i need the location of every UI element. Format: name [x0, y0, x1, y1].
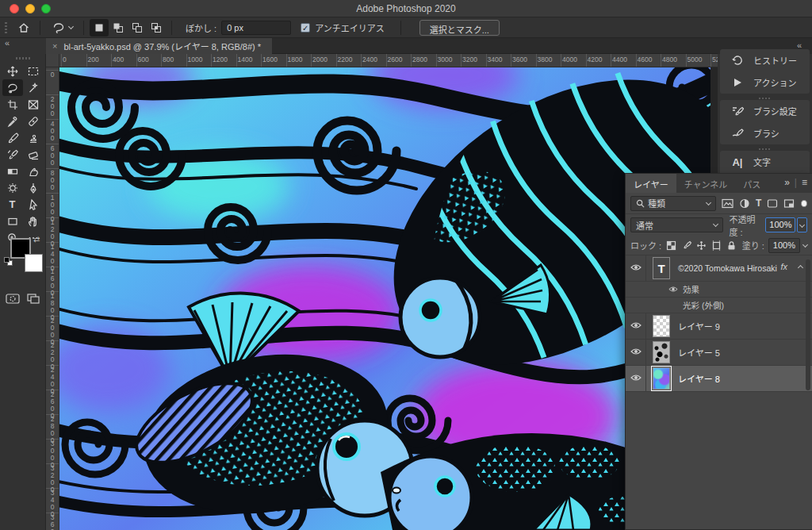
lock-all-icon[interactable] — [726, 240, 737, 251]
eyedropper-tool[interactable] — [2, 113, 23, 129]
lasso-tool[interactable] — [2, 79, 23, 96]
fill-input[interactable]: 100% — [768, 238, 800, 253]
healing-brush-tool[interactable] — [23, 113, 44, 129]
layer-row-9[interactable]: レイヤー 9 — [626, 313, 812, 340]
swap-colors-icon[interactable]: ⇄ — [33, 235, 40, 244]
close-tab-icon[interactable]: × — [52, 41, 57, 51]
filter-shape-layers-icon[interactable] — [767, 198, 778, 209]
toolbar-collapse-header[interactable]: « — [0, 38, 46, 54]
layers-panel: レイヤー チャンネル パス » | ≡ 種類 T 通常 — [625, 173, 812, 530]
dodge-tool[interactable] — [2, 179, 23, 196]
layer-name[interactable]: ©2020 Tomokawa Hirosaki — [678, 263, 777, 273]
effects-row[interactable]: 効果 — [626, 282, 812, 298]
lock-position-icon[interactable] — [696, 240, 707, 251]
layer-thumbnail[interactable] — [653, 315, 670, 337]
tab-layers[interactable]: レイヤー — [626, 174, 676, 193]
blend-mode-select[interactable]: 通常 — [630, 217, 723, 232]
collapse-effects-icon[interactable] — [798, 265, 803, 271]
feather-input[interactable]: 0 px — [221, 21, 291, 35]
opacity-input[interactable]: 100% — [765, 217, 795, 232]
lock-transparency-icon[interactable] — [666, 240, 676, 251]
ruler-origin-corner[interactable] — [46, 54, 59, 67]
fx-badge[interactable]: fx — [780, 262, 787, 271]
filter-type-layers-icon[interactable]: T — [756, 198, 761, 209]
layers-scrollbar[interactable] — [806, 259, 810, 390]
opacity-dropdown[interactable] — [797, 217, 807, 232]
vertical-ruler[interactable]: 0200400600800100012001400160018002000220… — [46, 67, 59, 530]
brush-panel-button[interactable]: ブラシ — [720, 122, 810, 144]
type-tool[interactable]: T — [2, 196, 23, 213]
filter-adjustment-layers-icon[interactable] — [739, 198, 750, 209]
visibility-eye-icon[interactable] — [626, 255, 646, 281]
brush-tool[interactable] — [2, 129, 23, 146]
layer-row-text[interactable]: T ©2020 Tomokawa Hirosaki fx — [626, 255, 812, 282]
shape-tool[interactable] — [2, 213, 23, 229]
v-ruler-label: 200 — [48, 95, 56, 117]
lock-artboard-icon[interactable] — [711, 240, 722, 251]
h-ruler-label: 4600 — [638, 56, 653, 63]
screen-mode-button[interactable] — [25, 292, 41, 306]
object-selection-tool[interactable] — [23, 79, 44, 96]
layer-row-5[interactable]: レイヤー 5 — [626, 340, 812, 366]
history-panel-button[interactable]: ヒストリー — [720, 49, 810, 71]
lasso-tool-preset[interactable] — [46, 19, 78, 36]
lock-pixels-icon[interactable] — [681, 240, 691, 251]
layers-panel-tabs: レイヤー チャンネル パス » | ≡ — [626, 174, 812, 193]
layer-name[interactable]: レイヤー 9 — [678, 320, 720, 332]
add-selection-mode-button[interactable] — [109, 19, 128, 36]
select-and-mask-button[interactable]: 選択とマスク... — [419, 20, 500, 36]
effects-label: 効果 — [683, 283, 699, 295]
eraser-tool[interactable] — [23, 146, 44, 163]
subtract-selection-mode-button[interactable] — [128, 19, 147, 36]
frame-tool[interactable] — [23, 96, 44, 113]
filter-pixel-layers-icon[interactable] — [722, 198, 733, 209]
dock-collapse-icon[interactable]: » — [784, 177, 790, 188]
layer-name[interactable]: レイヤー 5 — [678, 346, 720, 359]
h-ruler-label: 5000 — [688, 56, 703, 63]
new-selection-mode-button[interactable] — [90, 19, 109, 36]
h-ruler-label: 4800 — [662, 56, 677, 63]
fill-dropdown[interactable] — [802, 241, 808, 247]
marquee-tool[interactable] — [23, 63, 44, 79]
path-selection-tool[interactable] — [23, 196, 44, 213]
character-panel-button[interactable]: A| 文字 — [720, 151, 810, 173]
home-icon[interactable] — [13, 19, 34, 36]
horizontal-ruler[interactable]: 0200400600800100012001400160018002000220… — [59, 54, 718, 67]
layer-thumbnail[interactable] — [653, 367, 670, 390]
visibility-eye-icon[interactable] — [626, 313, 646, 339]
hand-tool[interactable] — [23, 213, 44, 229]
move-tool[interactable] — [2, 63, 23, 79]
smudge-tool[interactable] — [23, 163, 44, 179]
crop-tool[interactable] — [2, 96, 23, 113]
background-color-swatch[interactable] — [25, 254, 43, 272]
brush-settings-panel-button[interactable]: ブラシ設定 — [720, 100, 810, 122]
effect-name: 光彩 (外側) — [683, 299, 724, 311]
canvas-artwork — [59, 67, 710, 530]
filter-toggle[interactable] — [801, 200, 807, 207]
layer-name[interactable]: レイヤー 8 — [678, 372, 720, 385]
gradient-tool[interactable] — [2, 163, 23, 179]
pen-tool[interactable] — [23, 179, 44, 196]
antialias-checkbox[interactable]: ✓ — [301, 23, 310, 33]
clone-stamp-tool[interactable] — [23, 129, 44, 146]
quick-mask-button[interactable] — [5, 292, 21, 306]
layer-thumbnail[interactable] — [653, 341, 670, 363]
intersect-selection-mode-button[interactable] — [147, 19, 166, 36]
history-brush-tool[interactable] — [2, 146, 23, 163]
tab-channels[interactable]: チャンネル — [676, 174, 736, 193]
toolbar-grip[interactable] — [16, 57, 30, 60]
visibility-eye-icon[interactable] — [626, 366, 646, 391]
layer-row-8-selected[interactable]: レイヤー 8 — [626, 366, 812, 392]
outer-glow-row[interactable]: 光彩 (外側) — [626, 298, 812, 313]
filter-smart-objects-icon[interactable] — [783, 198, 795, 209]
actions-panel-button[interactable]: アクション — [720, 71, 810, 94]
visibility-eye-icon[interactable] — [626, 340, 646, 365]
tools-panel: T ⇄ — [0, 54, 46, 530]
tab-paths[interactable]: パス — [735, 174, 768, 193]
canvas[interactable] — [59, 67, 710, 530]
panel-menu-icon[interactable]: ≡ — [802, 177, 807, 188]
text-layer-thumbnail[interactable]: T — [653, 257, 670, 279]
document-tab[interactable]: × bl-art-5yakko.psd @ 37.9% (レイヤー 8, RGB… — [46, 38, 272, 54]
brush-icon — [728, 127, 747, 140]
layer-filter-select[interactable]: 種類 — [630, 196, 716, 211]
